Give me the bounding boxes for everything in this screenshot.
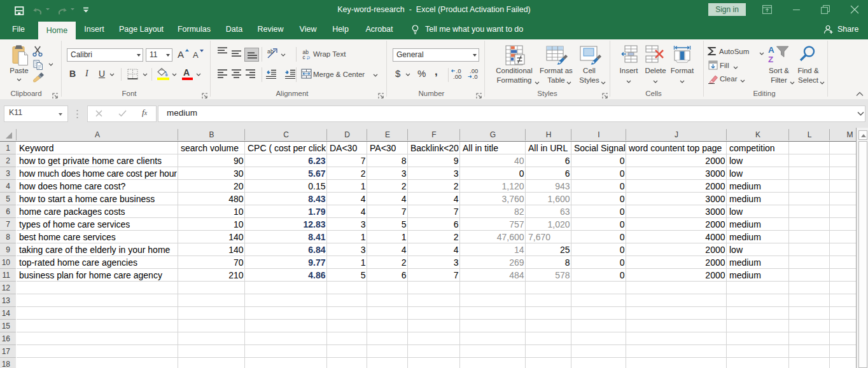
- svg-text:A: A: [768, 45, 774, 55]
- svg-text:.0: .0: [473, 73, 478, 79]
- svg-text:.0: .0: [456, 68, 461, 74]
- svg-text:Z: Z: [768, 55, 773, 64]
- svg-text:ab: ab: [267, 48, 274, 55]
